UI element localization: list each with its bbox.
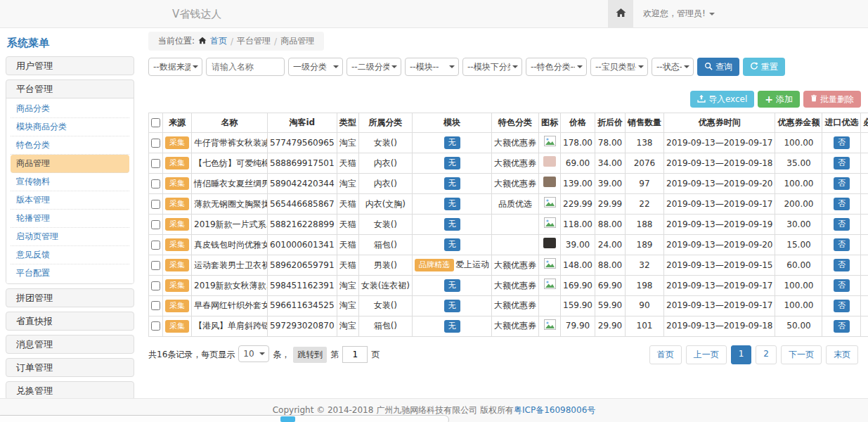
sidebar-item[interactable]: 商品分类 <box>11 100 129 118</box>
user-menu[interactable]: 欢迎您，管理员! <box>633 0 725 27</box>
product-category: 女装() <box>358 296 412 316</box>
icp-link[interactable]: 粤ICP备16098006号 <box>514 404 595 416</box>
caret-down-icon <box>709 13 715 15</box>
app-brand: V省钱达人 <box>172 0 221 28</box>
add-button[interactable]: + 添加 <box>758 91 800 108</box>
price: 39.00 <box>561 235 595 255</box>
row-checkbox[interactable] <box>151 139 160 148</box>
sidebar: 系统菜单 用户管理平台管理商品分类模块商品分类特色分类商品管理宣传物料版本管理轮… <box>6 37 134 422</box>
main-content: 当前位置: 首页 / 平台管理 / 商品管理 --数据来源--一级分类--二级分… <box>148 32 861 364</box>
filter-select-3[interactable]: --二级分类-- <box>346 58 401 76</box>
filter-select-4[interactable]: --模块-- <box>405 58 459 76</box>
sidebar-group-header-6[interactable]: 兑换管理 <box>6 382 134 399</box>
product-type: 天猫 <box>337 194 358 215</box>
sidebar-group-header-5[interactable]: 订单管理 <box>6 359 134 376</box>
row-checkbox[interactable] <box>151 321 160 331</box>
sidebar-group-header-2[interactable]: 拼团管理 <box>6 289 134 307</box>
coupon-time: 2019-09-13—2019-09-17 <box>664 194 775 215</box>
filter-select-2[interactable]: 一级分类 <box>288 58 343 76</box>
product-type: 淘宝 <box>337 133 358 153</box>
sidebar-item[interactable]: 意见反馈 <box>11 246 129 264</box>
column-header: 特色分类 <box>492 113 539 133</box>
home-button[interactable] <box>608 0 633 27</box>
discount-price: 24.00 <box>595 235 626 255</box>
first-page-button[interactable]: 首页 <box>649 345 682 364</box>
import-pick-toggle[interactable]: 否 <box>834 198 850 210</box>
product-name: 2019新款一片式系... <box>192 215 268 235</box>
row-checkbox[interactable] <box>151 241 160 250</box>
import-pick-toggle[interactable]: 否 <box>834 136 850 149</box>
sidebar-item[interactable]: 版本管理 <box>11 191 129 210</box>
row-checkbox[interactable] <box>151 220 160 229</box>
page-button[interactable]: 1 <box>731 345 752 364</box>
import-pick-toggle[interactable]: 否 <box>834 218 850 231</box>
page-prefix: 第 <box>330 349 339 361</box>
filter-select-8[interactable]: --状态-- <box>652 58 694 76</box>
column-header: 必买清单 <box>861 113 868 133</box>
last-page-button[interactable]: 末页 <box>826 345 858 364</box>
import-pick-toggle[interactable]: 否 <box>834 238 850 251</box>
discount-price: 78.00 <box>595 133 626 153</box>
jump-button[interactable]: 跳转到 <box>293 347 327 363</box>
filter-select-5[interactable]: --模块下分类-- <box>462 58 522 76</box>
filter-select-6[interactable]: --特色分类-- <box>526 58 587 76</box>
row-checkbox[interactable] <box>151 200 160 209</box>
row-checkbox[interactable] <box>151 159 160 168</box>
sidebar-group-header-0[interactable]: 用户管理 <box>6 57 134 75</box>
product-category: 男装() <box>358 255 412 276</box>
sidebar-item[interactable]: 轮播管理 <box>11 210 129 228</box>
product-thumbnail <box>543 177 556 187</box>
select-all-checkbox[interactable] <box>151 118 160 127</box>
row-checkbox[interactable] <box>151 281 160 290</box>
search-icon <box>704 62 713 72</box>
query-button[interactable]: 查询 <box>697 58 739 76</box>
row-checkbox[interactable] <box>151 261 160 270</box>
sidebar-group-header-1[interactable]: 平台管理 <box>6 80 134 98</box>
coupon-amount: 15.00 <box>775 235 822 255</box>
coupon-time: 2019-09-13—2019-09-17 <box>664 296 775 316</box>
import-pick-toggle[interactable]: 否 <box>834 320 850 333</box>
taoke-id: 588869917501 <box>268 153 337 174</box>
sales-count: 97 <box>626 174 664 194</box>
row-checkbox[interactable] <box>151 301 160 310</box>
sidebar-item[interactable]: 平台配置 <box>11 264 129 282</box>
next-page-button[interactable]: 下一页 <box>781 345 822 364</box>
product-name: 运动套装男士卫衣初秋... <box>192 255 268 276</box>
sidebar-item[interactable]: 商品管理 <box>11 155 129 173</box>
sidebar-item[interactable]: 模块商品分类 <box>11 118 129 136</box>
sidebar-item[interactable]: 特色分类 <box>11 136 129 155</box>
filter-select-7[interactable]: --宝贝类型-- <box>590 58 648 76</box>
page-button[interactable]: 2 <box>756 345 777 364</box>
import-excel-button[interactable]: 导入excel <box>690 91 754 108</box>
import-pick-toggle[interactable]: 否 <box>834 157 850 170</box>
reset-button-label: 重置 <box>761 61 778 73</box>
taoke-id: 596611634525 <box>268 296 337 316</box>
sales-count: 2076 <box>626 153 664 174</box>
import-pick-toggle[interactable]: 否 <box>834 259 850 271</box>
sidebar-group-header-4[interactable]: 消息管理 <box>6 335 134 353</box>
page-number-input[interactable] <box>342 346 368 363</box>
sidebar-group: 用户管理 <box>6 56 134 75</box>
module-badge: 无 <box>444 238 460 251</box>
row-checkbox[interactable] <box>151 179 160 188</box>
name-filter-input[interactable] <box>206 58 285 76</box>
per-page-select[interactable]: 10 <box>238 345 269 362</box>
import-pick-toggle[interactable]: 否 <box>834 300 850 312</box>
price: 169.90 <box>561 276 595 296</box>
source-badge: 采集 <box>165 320 189 333</box>
sidebar-item[interactable]: 宣传物料 <box>11 173 129 191</box>
coupon-time: 2019-09-13—2019-09-19 <box>664 215 775 235</box>
import-pick-toggle[interactable]: 否 <box>834 177 850 190</box>
sidebar-group-header-3[interactable]: 省直快报 <box>6 312 134 330</box>
table-row: 采集【港风】单肩斜跨链条...597293020870淘宝箱包()无大额优惠券7… <box>149 316 868 336</box>
column-header: 图标 <box>539 113 561 133</box>
import-pick-toggle[interactable]: 否 <box>834 279 850 292</box>
product-type: 淘宝 <box>337 174 358 194</box>
filter-select-0[interactable]: --数据来源-- <box>148 58 202 76</box>
breadcrumb-home-link[interactable]: 首页 <box>210 35 227 47</box>
sidebar-item[interactable]: 启动页管理 <box>11 228 129 246</box>
batch-delete-button[interactable]: 批量删除 <box>803 91 861 108</box>
reset-button[interactable]: 重置 <box>743 58 785 76</box>
prev-page-button[interactable]: 上一页 <box>686 345 727 364</box>
sidebar-group: 拼团管理 <box>6 288 134 307</box>
